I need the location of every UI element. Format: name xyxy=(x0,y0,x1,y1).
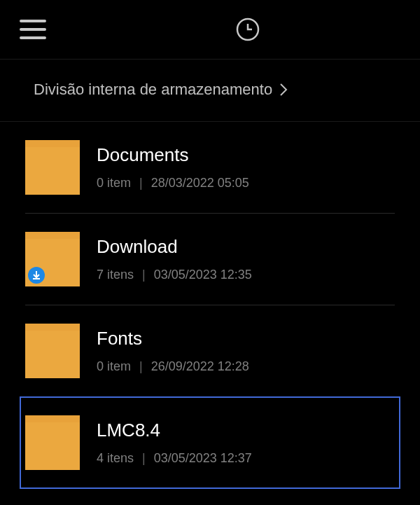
file-count: 4 itens xyxy=(97,451,134,466)
file-name: Fonts xyxy=(97,328,249,350)
file-date: 03/05/2023 12:37 xyxy=(154,451,252,466)
folder-icon xyxy=(25,415,80,470)
breadcrumb[interactable]: Divisão interna de armazenamento xyxy=(0,60,420,122)
file-name: LMC8.4 xyxy=(97,420,252,441)
menu-icon[interactable] xyxy=(20,20,46,39)
file-count: 7 itens xyxy=(97,268,134,282)
folder-item[interactable]: Fonts 0 item | 26/09/2022 12:28 xyxy=(25,305,395,397)
file-date: 26/09/2022 12:28 xyxy=(151,359,249,374)
file-info: Download 7 itens | 03/05/2023 12:35 xyxy=(97,236,252,282)
recent-icon[interactable] xyxy=(235,17,260,42)
folder-item[interactable]: Download 7 itens | 03/05/2023 12:35 xyxy=(25,214,395,305)
file-date: 28/03/2022 05:05 xyxy=(151,176,249,191)
file-meta: 0 item | 28/03/2022 05:05 xyxy=(97,176,249,191)
file-info: Fonts 0 item | 26/09/2022 12:28 xyxy=(97,328,249,374)
folder-icon xyxy=(25,232,80,286)
app-header xyxy=(0,0,420,60)
file-name: Documents xyxy=(97,144,249,166)
download-badge-icon xyxy=(28,267,45,284)
file-info: Documents 0 item | 28/03/2022 05:05 xyxy=(97,144,249,191)
file-count: 0 item xyxy=(97,176,131,191)
file-info: LMC8.4 4 itens | 03/05/2023 12:37 xyxy=(97,420,252,466)
folder-item[interactable]: Documents 0 item | 28/03/2022 05:05 xyxy=(25,122,395,214)
chevron-right-icon xyxy=(279,83,288,97)
file-meta: 0 item | 26/09/2022 12:28 xyxy=(97,359,249,374)
file-name: Download xyxy=(97,236,252,258)
folder-icon xyxy=(25,140,80,195)
file-meta: 4 itens | 03/05/2023 12:37 xyxy=(97,451,252,466)
folder-icon xyxy=(25,324,80,378)
file-count: 0 item xyxy=(97,359,131,374)
folder-item[interactable]: LMC8.4 4 itens | 03/05/2023 12:37 xyxy=(20,396,400,489)
file-date: 03/05/2023 12:35 xyxy=(154,268,252,282)
file-meta: 7 itens | 03/05/2023 12:35 xyxy=(97,268,252,282)
breadcrumb-label: Divisão interna de armazenamento xyxy=(34,81,272,99)
file-list: Documents 0 item | 28/03/2022 05:05 Down… xyxy=(0,122,420,489)
